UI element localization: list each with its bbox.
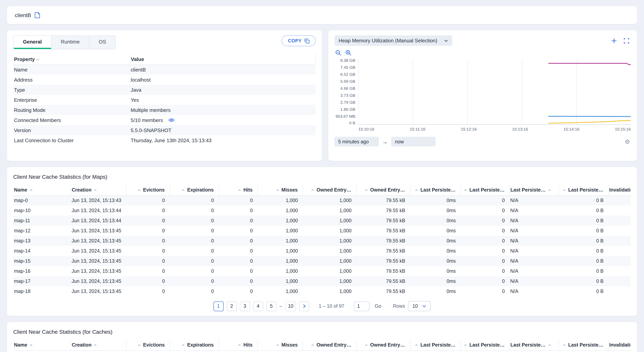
column-header-11-last-persiste-[interactable]: Last Persiste…	[558, 185, 608, 195]
cell: 79.55 kB	[356, 246, 410, 256]
table-row[interactable]: map-13Jun 13, 2024, 15:13:450001,0001,00…	[13, 236, 631, 246]
chart-plot-area[interactable]: 15:10:1615:11:1615:12:1615:13:1615:14:16…	[358, 58, 631, 131]
column-header-2-evictions[interactable]: Evictions	[126, 340, 170, 351]
sort-icon	[238, 189, 241, 191]
cell: 0 B	[558, 276, 608, 286]
rows-per-page-select[interactable]: 10	[408, 301, 431, 311]
table-row[interactable]: map-16Jun 13, 2024, 15:13:450001,0001,00…	[13, 266, 631, 276]
property-name: Type	[13, 85, 130, 95]
column-header-5-misses[interactable]: Misses	[258, 185, 302, 195]
page-button-2[interactable]: 2	[226, 301, 237, 311]
table-row[interactable]: map-17Jun 13, 2024, 15:13:450001,0001,00…	[13, 276, 631, 286]
tab-runtime[interactable]: Runtime	[52, 36, 90, 49]
property-name: Connected Members	[13, 115, 130, 125]
column-header-0-name[interactable]: Name	[13, 185, 71, 195]
page-button-last[interactable]: 10	[285, 301, 296, 311]
column-header-10-last-persiste-[interactable]: Last Persiste…	[510, 340, 558, 351]
cell: 0ms	[410, 195, 460, 206]
table-row[interactable]: map-10Jun 13, 2024, 15:13:440001,0001,00…	[13, 206, 631, 216]
cell: 0	[218, 195, 258, 206]
table-row[interactable]: map-15Jun 13, 2024, 15:13:450001,0001,00…	[13, 256, 631, 266]
chart-line-heap-series-yellow	[548, 121, 631, 123]
cell: 0	[126, 246, 170, 256]
zoom-out-icon[interactable]	[335, 50, 341, 56]
metric-selector-dropdown[interactable]: Heap Memory Utilization (Manual Selectio…	[334, 35, 452, 46]
property-value: Multiple members	[130, 105, 316, 115]
tab-os[interactable]: OS	[90, 36, 116, 49]
page-number-input[interactable]	[354, 301, 369, 311]
column-header-9-last-persiste-[interactable]: Last Persiste…	[460, 340, 510, 351]
table-row[interactable]: map-0Jun 13, 2024, 15:13:430001,0001,000…	[13, 195, 631, 206]
column-header-7-owned-entry-[interactable]: Owned Entry…	[356, 185, 410, 195]
cell: 1,000	[302, 256, 356, 266]
column-header-3-expirations[interactable]: Expirations	[170, 340, 218, 351]
page-button-3[interactable]: 3	[240, 301, 250, 311]
column-header-6-owned-entry-[interactable]: Owned Entry…	[302, 340, 356, 351]
cell: 0	[460, 246, 510, 256]
zoom-in-icon[interactable]	[345, 50, 351, 56]
x-axis-labels: 15:10:1615:11:1615:12:1615:13:1615:14:16…	[358, 127, 631, 131]
column-header-8-last-persiste-[interactable]: Last Persiste…	[410, 340, 460, 351]
column-header-9-last-persiste-[interactable]: Last Persiste…	[460, 185, 510, 195]
cell: 79.55 kB	[356, 286, 410, 297]
eye-icon[interactable]	[168, 118, 174, 122]
y-axis-tick-label: 8.38 GB	[340, 58, 355, 62]
column-header-8-last-persiste-[interactable]: Last Persiste…	[410, 185, 460, 195]
column-header-10-last-persiste-[interactable]: Last Persiste…	[510, 185, 558, 195]
table-row[interactable]: map-12Jun 13, 2024, 15:13:450001,0001,00…	[13, 226, 631, 236]
column-header-11-last-persiste-[interactable]: Last Persiste…	[558, 340, 608, 351]
cell: map-10	[13, 206, 71, 216]
next-page-button[interactable]	[299, 301, 309, 311]
property-value: 5/10 members	[130, 115, 316, 125]
chart-canvas[interactable]	[358, 58, 631, 125]
cell: N/A	[510, 195, 558, 206]
tab-general[interactable]: General	[14, 36, 52, 49]
cell: N/A	[510, 206, 558, 216]
column-header-12-invalidations[interactable]: Invalidations	[608, 340, 631, 351]
sort-icon	[365, 344, 368, 346]
cell: 0	[126, 206, 170, 216]
settings-gear-icon[interactable]: ⚙	[625, 138, 630, 145]
page-button-4[interactable]: 4	[253, 301, 263, 311]
table-row[interactable]: map-14Jun 13, 2024, 15:13:450001,0001,00…	[13, 246, 631, 256]
column-header-1-creation[interactable]: Creation	[71, 185, 126, 195]
column-header-12-invalidations[interactable]: Invalidations	[608, 185, 631, 195]
metrics-chart-card: Heap Memory Utilization (Manual Selectio…	[328, 30, 637, 161]
properties-header-row: Property Value	[13, 54, 316, 64]
page-button-5[interactable]: 5	[266, 301, 276, 311]
chevron-right-icon	[303, 304, 306, 308]
y-axis-tick-label: 0 B	[349, 121, 356, 125]
document-icon[interactable]	[34, 12, 40, 18]
column-header-4-hits[interactable]: Hits	[218, 340, 258, 351]
column-header-6-owned-entry-[interactable]: Owned Entry…	[302, 185, 356, 195]
time-from-input[interactable]: 5 minutes ago	[334, 137, 378, 146]
column-header-4-hits[interactable]: Hits	[218, 185, 258, 195]
table-row[interactable]: map-11Jun 13, 2024, 15:13:440001,0001,00…	[13, 216, 631, 226]
column-header-2-evictions[interactable]: Evictions	[126, 185, 170, 195]
cell: Jun 13, 2024, 15:13:43	[71, 195, 126, 206]
column-header-5-misses[interactable]: Misses	[258, 340, 302, 351]
column-header-7-owned-entry-[interactable]: Owned Entry…	[356, 340, 410, 351]
value-header-label: Value	[131, 56, 144, 62]
cell: map-15	[13, 256, 71, 266]
property-column-header[interactable]: Property	[13, 54, 130, 64]
section-title-maps: Client Near Cache Statistics (for Maps)	[13, 174, 631, 180]
go-button[interactable]: Go	[375, 304, 381, 309]
cell: 0	[170, 206, 218, 216]
add-chart-icon[interactable]	[611, 38, 617, 43]
page-button-1[interactable]: 1	[213, 301, 224, 311]
cell: map-14	[13, 246, 71, 256]
column-header-0-name[interactable]: Name	[13, 340, 71, 351]
column-header-3-expirations[interactable]: Expirations	[170, 185, 218, 195]
fullscreen-icon[interactable]	[624, 38, 629, 43]
cell: 0	[218, 246, 258, 256]
copy-button[interactable]: COPY	[282, 35, 316, 46]
time-to-input[interactable]: now	[391, 137, 435, 146]
column-label: Evictions	[143, 187, 165, 193]
column-header-1-creation[interactable]: Creation	[71, 340, 126, 351]
column-label: Last Persiste…	[510, 342, 546, 348]
y-axis-tick-label: 4.66 GB	[340, 86, 355, 90]
table-row[interactable]: map-18Jun 13, 2024, 15:13:450001,0001,00…	[13, 286, 631, 297]
sort-icon	[182, 344, 185, 346]
property-value: 5.5.0-SNAPSHOT	[130, 125, 316, 135]
